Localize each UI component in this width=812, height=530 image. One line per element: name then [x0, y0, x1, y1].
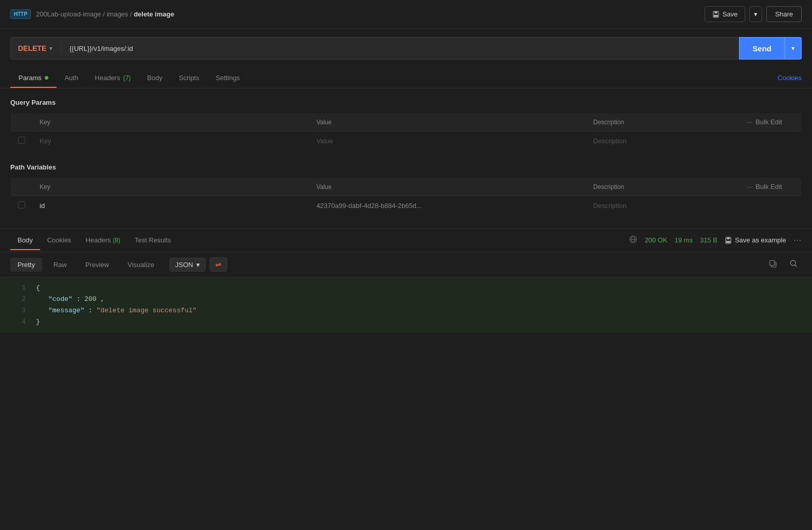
header: HTTP 200Lab-upload-image / images / dele…: [0, 0, 812, 29]
code-content-2: "code" : 200 ,: [36, 294, 104, 305]
svg-rect-7: [727, 237, 730, 239]
response-tabs-bar: Body Cookies Headers (8) Test Results 20…: [0, 229, 812, 252]
path-row-key[interactable]: id: [32, 196, 309, 216]
code-line-2: 2 "code" : 200 ,: [0, 294, 812, 305]
tab-scripts[interactable]: Scripts: [171, 68, 208, 88]
svg-rect-8: [726, 241, 730, 243]
headers-badge: (7): [123, 74, 131, 82]
code-content-1: {: [36, 282, 40, 294]
query-value-header: Value: [309, 113, 586, 131]
copy-button[interactable]: [765, 257, 781, 272]
format-tab-visualize[interactable]: Visualize: [120, 258, 161, 272]
path-row-description[interactable]: Description: [586, 196, 740, 216]
path-key-header: Key: [32, 178, 309, 196]
format-bar: Pretty Raw Preview Visualize JSON ▾ ⇌: [0, 252, 812, 277]
http-badge: HTTP: [10, 9, 31, 19]
format-select[interactable]: JSON ▾: [170, 258, 206, 272]
tab-settings[interactable]: Settings: [208, 68, 248, 88]
response-size: 315 B: [700, 236, 717, 244]
breadcrumb: 200Lab-upload-image / images / delete im…: [36, 10, 174, 18]
tab-headers[interactable]: Headers (7): [87, 68, 139, 88]
response-tab-test-results[interactable]: Test Results: [127, 230, 178, 250]
format-chevron-icon: ▾: [196, 261, 200, 269]
header-left: HTTP 200Lab-upload-image / images / dele…: [10, 9, 174, 19]
query-row-value[interactable]: Value: [309, 131, 586, 151]
method-label: DELETE: [18, 44, 46, 52]
table-row: id 42370a99-dabf-4d28-b884-2b65d... Desc…: [11, 196, 802, 216]
share-button[interactable]: Share: [766, 6, 802, 22]
response-tab-body[interactable]: Body: [10, 230, 40, 250]
method-selector[interactable]: DELETE ▾: [11, 37, 60, 59]
response-tab-headers[interactable]: Headers (8): [79, 230, 127, 250]
path-checkbox-header: [11, 178, 33, 196]
wrap-button[interactable]: ⇌: [210, 257, 227, 272]
send-button[interactable]: Send: [739, 37, 785, 60]
breadcrumb-path: 200Lab-upload-image / images /: [36, 10, 134, 18]
breadcrumb-current: delete image: [134, 10, 174, 18]
path-bulk-dots-icon: ···: [747, 183, 753, 191]
response-time: 19 ms: [675, 236, 693, 244]
query-params-title: Query Params: [10, 99, 802, 106]
tab-body[interactable]: Body: [139, 68, 171, 88]
globe-icon: [629, 235, 637, 245]
line-num-3: 3: [10, 306, 26, 316]
format-tab-pretty[interactable]: Pretty: [10, 258, 42, 272]
query-row-description[interactable]: Description: [586, 131, 740, 151]
query-bulk-header: ··· Bulk Edit: [740, 113, 802, 131]
send-dropdown-button[interactable]: ▾: [785, 37, 802, 60]
table-row: Key Value Description: [11, 131, 802, 151]
url-divider: [61, 42, 61, 54]
svg-line-12: [795, 265, 797, 267]
path-variables-table: Key Value Description ··· Bulk Edit id 4…: [10, 177, 802, 216]
save-icon: [712, 11, 719, 18]
params-dot: [45, 76, 48, 80]
line-num-2: 2: [10, 294, 26, 305]
save-label: Save: [723, 10, 738, 18]
query-bulk-edit-button[interactable]: ··· Bulk Edit: [747, 118, 782, 126]
query-row-checkbox: [11, 131, 33, 151]
code-line-4: 4 }: [0, 316, 812, 328]
path-value-header: Value: [309, 178, 586, 196]
request-tabs-bar: Params Auth Headers (7) Body Scripts Set…: [0, 68, 812, 88]
url-input-wrapper: DELETE ▾: [10, 37, 739, 60]
line-num-1: 1: [10, 283, 26, 293]
path-row-value[interactable]: 42370a99-dabf-4d28-b884-2b65d...: [309, 196, 586, 216]
response-headers-badge: (8): [113, 237, 120, 244]
search-button[interactable]: [785, 257, 802, 272]
url-input[interactable]: [62, 45, 739, 52]
search-icon: [789, 259, 798, 268]
format-tab-raw[interactable]: Raw: [46, 258, 74, 272]
code-area: 1 { 2 "code" : 200 , 3 "message" : "dele…: [0, 277, 812, 333]
content: Query Params Key Value Description ··· B…: [0, 88, 812, 216]
tab-params[interactable]: Params: [10, 68, 57, 88]
svg-rect-1: [714, 11, 717, 13]
query-params-section: Query Params Key Value Description ··· B…: [10, 99, 802, 151]
response-more-button[interactable]: ···: [793, 236, 802, 245]
query-row-key[interactable]: Key: [32, 131, 309, 151]
svg-rect-2: [714, 15, 718, 17]
code-line-3: 3 "message" : "delete image successful": [0, 305, 812, 316]
save-dropdown-button[interactable]: ▾: [749, 6, 762, 22]
save-example-icon: [725, 237, 732, 244]
path-bulk-edit-button[interactable]: ··· Bulk Edit: [747, 183, 782, 191]
tab-auth[interactable]: Auth: [57, 68, 87, 88]
path-row-checkbox: [11, 196, 33, 216]
code-content-3: "message" : "delete image successful": [36, 305, 197, 316]
path-desc-header: Description: [586, 178, 740, 196]
bulk-edit-dots-icon: ···: [747, 118, 753, 126]
cookies-link[interactable]: Cookies: [778, 68, 802, 88]
response-tab-cookies[interactable]: Cookies: [40, 230, 79, 250]
path-bulk-header: ··· Bulk Edit: [740, 178, 802, 196]
response-panel: Body Cookies Headers (8) Test Results 20…: [0, 228, 812, 333]
save-button[interactable]: Save: [705, 6, 746, 22]
format-tab-preview[interactable]: Preview: [78, 258, 116, 272]
path-row-extra: [740, 196, 802, 216]
wrap-icon: ⇌: [215, 260, 222, 269]
path-variables-section: Path Variables Key Value Description ···…: [10, 163, 802, 216]
header-right: Save ▾ Share: [705, 6, 802, 22]
copy-icon: [769, 259, 777, 268]
query-params-table: Key Value Description ··· Bulk Edit Key …: [10, 112, 802, 151]
response-status: 200 OK: [644, 236, 667, 244]
response-meta: 200 OK 19 ms 315 B Save as example ···: [629, 235, 802, 245]
save-example-button[interactable]: Save as example: [725, 236, 786, 244]
